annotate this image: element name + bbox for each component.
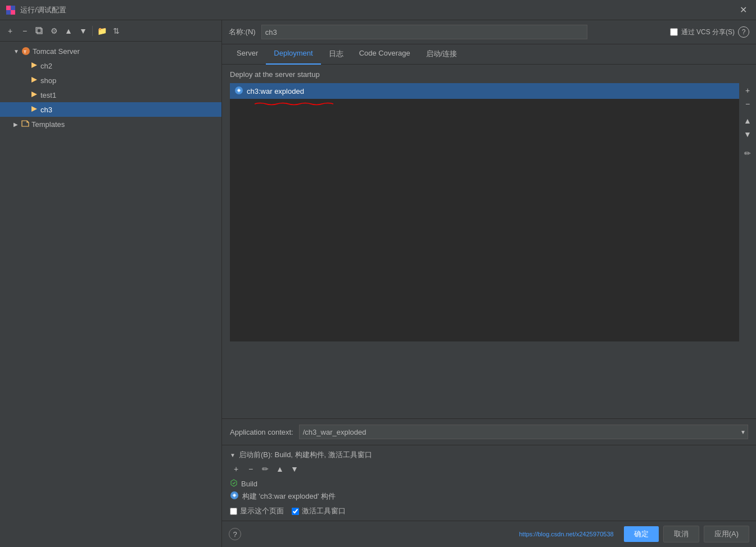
artifact-build-icon xyxy=(230,491,239,502)
activate-window-label: 激活工具窗口 xyxy=(302,506,346,516)
footer-left: ? xyxy=(229,528,514,540)
tree-item-label: test1 xyxy=(40,91,56,99)
side-buttons: + − ▲ ▼ ✏ xyxy=(739,83,756,418)
tree-item-templates[interactable]: ▶ Templates xyxy=(0,117,221,131)
expand-arrow: ▼ xyxy=(13,48,21,54)
bl-edit-button[interactable]: ✏ xyxy=(259,463,271,475)
tree-item-label: Templates xyxy=(31,120,65,129)
deploy-label: Deploy at the server startup xyxy=(222,65,756,83)
footer-url: https://blog.csdn.net/x2425970538 xyxy=(519,531,619,537)
remove-config-button[interactable]: − xyxy=(18,24,31,38)
tab-log[interactable]: 日志 xyxy=(321,44,351,65)
sort-button[interactable]: ⇅ xyxy=(110,24,123,38)
before-launch-title: 启动前(B): Build, 构建构件, 激活工具窗口 xyxy=(239,450,372,460)
bl-item-build: Build xyxy=(230,478,748,490)
titlebar-title: 运行/调试配置 xyxy=(20,5,736,15)
confirm-button[interactable]: 确定 xyxy=(624,526,659,542)
close-button[interactable]: ✕ xyxy=(736,3,750,16)
bl-add-button[interactable]: + xyxy=(230,463,242,475)
options-row: 显示这个页面 激活工具窗口 xyxy=(230,506,748,516)
tree-item-shop[interactable]: shop xyxy=(0,73,221,88)
tree-item-test1[interactable]: test1 xyxy=(0,88,221,102)
svg-rect-0 xyxy=(6,6,11,10)
help-button-header[interactable]: ? xyxy=(738,26,749,38)
bl-up-button[interactable]: ▲ xyxy=(274,463,286,475)
svg-point-11 xyxy=(233,494,236,496)
activate-window-checkbox[interactable] xyxy=(292,508,299,515)
run-icon xyxy=(30,61,38,71)
svg-rect-3 xyxy=(11,10,15,15)
svg-rect-5 xyxy=(36,28,41,33)
titlebar: 运行/调试配置 ✕ xyxy=(0,0,756,20)
artifact-icon xyxy=(234,86,243,97)
tab-startup[interactable]: 启动/连接 xyxy=(418,44,465,65)
tree-item-ch2[interactable]: ch2 xyxy=(0,58,221,73)
bl-build-label: Build xyxy=(241,480,257,488)
content-area: Deploy at the server startup xyxy=(222,65,756,521)
tree-item-label: Tomcat Server xyxy=(33,47,80,56)
main-layout: + − ⚙ ▲ ▼ 📁 ⇅ ▼ xyxy=(0,20,756,547)
vcs-label: 通过 VCS 分享(S) xyxy=(681,28,735,37)
name-input[interactable] xyxy=(261,25,587,39)
settings-button[interactable]: ⚙ xyxy=(47,24,61,38)
tomcat-icon: T xyxy=(21,47,30,56)
deploy-item-label: ch3:war exploded xyxy=(247,87,304,95)
scroll-down-button[interactable]: ▼ xyxy=(741,128,754,140)
tabs-bar: Server Deployment 日志 Code Coverage 启动/连接 xyxy=(222,44,756,65)
bl-item-artifact: 构建 'ch3:war exploded' 构件 xyxy=(230,490,748,503)
vcs-checkbox[interactable] xyxy=(670,28,678,36)
before-launch-header: ▼ 启动前(B): Build, 构建构件, 激活工具窗口 xyxy=(230,450,748,460)
config-header: 名称:(N) 通过 VCS 分享(S) ? xyxy=(222,20,756,44)
tree-item-label: ch3 xyxy=(40,106,52,114)
add-deploy-button[interactable]: + xyxy=(741,84,754,97)
svg-rect-1 xyxy=(11,6,15,10)
tree-item-label: ch2 xyxy=(40,62,52,70)
show-page-label: 显示这个页面 xyxy=(240,506,284,516)
right-panel: 名称:(N) 通过 VCS 分享(S) ? Server Deployment … xyxy=(222,20,756,547)
build-icon xyxy=(230,479,238,489)
before-launch-toolbar: + − ✏ ▲ ▼ xyxy=(230,463,748,475)
app-icon xyxy=(6,5,16,15)
deploy-list-container: ch3:war exploded + − ▲ ▼ xyxy=(230,83,756,418)
svg-rect-4 xyxy=(37,29,42,34)
app-context-row: Application context: /ch3_war_exploded ▼ xyxy=(222,418,756,445)
bl-artifact-label: 构建 'ch3:war exploded' 构件 xyxy=(242,491,336,502)
deploy-item-ch3war[interactable]: ch3:war exploded xyxy=(230,83,739,99)
left-toolbar: + − ⚙ ▲ ▼ 📁 ⇅ xyxy=(0,20,221,42)
tab-deployment[interactable]: Deployment xyxy=(266,44,320,65)
tree-item-label: shop xyxy=(40,76,56,85)
svg-text:T: T xyxy=(24,49,26,54)
tab-coverage[interactable]: Code Coverage xyxy=(351,44,418,65)
deploy-list: ch3:war exploded xyxy=(230,83,739,341)
remove-deploy-button[interactable]: − xyxy=(741,98,754,110)
folder-button[interactable]: 📁 xyxy=(95,24,108,38)
toolbar-separator xyxy=(92,26,93,36)
name-label: 名称:(N) xyxy=(229,27,256,37)
run-icon xyxy=(30,76,38,85)
run-icon xyxy=(30,105,38,115)
collapse-arrow-icon[interactable]: ▼ xyxy=(230,452,236,458)
copy-config-button[interactable] xyxy=(33,24,46,38)
add-config-button[interactable]: + xyxy=(3,24,17,38)
left-panel: + − ⚙ ▲ ▼ 📁 ⇅ ▼ xyxy=(0,20,222,547)
footer: ? https://blog.csdn.net/x2425970538 确定 取… xyxy=(222,521,756,547)
bl-down-button[interactable]: ▼ xyxy=(288,463,301,475)
bl-remove-button[interactable]: − xyxy=(245,463,257,475)
svg-rect-2 xyxy=(6,10,11,15)
scroll-up-button[interactable]: ▲ xyxy=(741,115,754,127)
tree-item-tomcat-server[interactable]: ▼ T Tomcat Server xyxy=(0,44,221,58)
before-launch-section: ▼ 启动前(B): Build, 构建构件, 激活工具窗口 + − ✏ ▲ ▼ xyxy=(222,445,756,521)
activate-window-option: 激活工具窗口 xyxy=(292,506,346,516)
move-down-button[interactable]: ▼ xyxy=(76,24,90,38)
tab-server[interactable]: Server xyxy=(229,44,266,65)
tree-item-ch3[interactable]: ch3 xyxy=(0,102,221,117)
app-context-select-wrapper: /ch3_war_exploded ▼ xyxy=(299,425,748,439)
edit-deploy-button[interactable]: ✏ xyxy=(741,147,754,159)
move-up-button[interactable]: ▲ xyxy=(62,24,75,38)
cancel-button[interactable]: 取消 xyxy=(663,526,699,543)
apply-button[interactable]: 应用(A) xyxy=(704,526,749,543)
app-context-select[interactable]: /ch3_war_exploded xyxy=(299,425,748,439)
show-page-checkbox[interactable] xyxy=(230,508,237,515)
help-button-footer[interactable]: ? xyxy=(229,528,241,540)
deploy-section: Deploy at the server startup xyxy=(222,65,756,445)
